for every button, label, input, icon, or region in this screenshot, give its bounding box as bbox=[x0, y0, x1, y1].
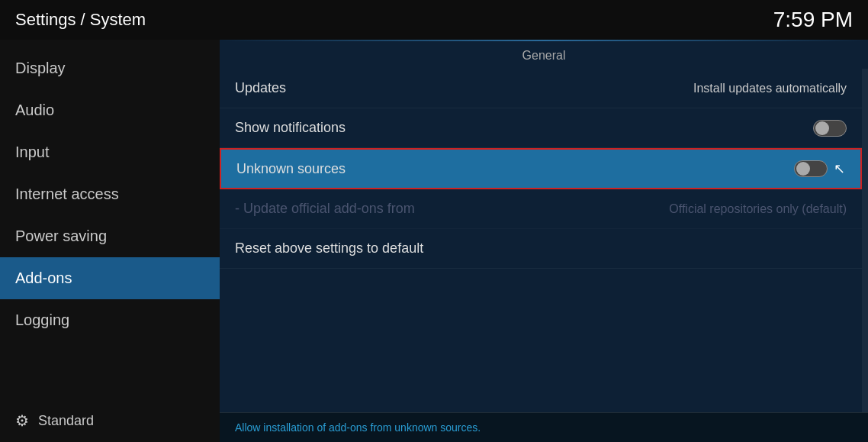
setting-value-updates: Install updates automatically bbox=[693, 82, 847, 95]
setting-value-update-official-addons: Official repositories only (default) bbox=[669, 202, 847, 216]
gear-icon: ⚙ bbox=[15, 411, 29, 430]
status-bar: Allow installation of add-ons from unkno… bbox=[220, 412, 868, 442]
setting-label-reset-settings: Reset above settings to default bbox=[235, 240, 423, 256]
setting-row-updates[interactable]: UpdatesInstall updates automatically bbox=[220, 69, 862, 108]
cursor-indicator: ↖ bbox=[834, 160, 845, 177]
toggle-unknown-sources[interactable] bbox=[794, 160, 828, 177]
sidebar-item-audio[interactable]: Audio bbox=[0, 89, 220, 131]
setting-row-unknown-sources[interactable]: Unknown sources↖ bbox=[220, 148, 862, 189]
sidebar-item-internet-access[interactable]: Internet access bbox=[0, 173, 220, 215]
setting-row-show-notifications[interactable]: Show notifications bbox=[220, 108, 862, 148]
sidebar-item-add-ons[interactable]: Add-ons bbox=[0, 257, 220, 299]
toggle-show-notifications[interactable] bbox=[813, 120, 847, 137]
setting-label-unknown-sources: Unknown sources bbox=[236, 161, 346, 177]
setting-label-update-official-addons: - Update official add-ons from bbox=[235, 201, 415, 217]
setting-row-reset-settings[interactable]: Reset above settings to default bbox=[220, 229, 862, 269]
setting-label-updates: Updates bbox=[235, 80, 286, 96]
content-inner: UpdatesInstall updates automaticallyShow… bbox=[220, 69, 868, 412]
clock: 7:59 PM bbox=[773, 8, 853, 32]
sidebar-item-input[interactable]: Input bbox=[0, 131, 220, 173]
sidebar-item-display[interactable]: Display bbox=[0, 47, 220, 89]
setting-row-update-official-addons[interactable]: - Update official add-ons fromOfficial r… bbox=[220, 189, 862, 229]
content-area: General UpdatesInstall updates automatic… bbox=[220, 40, 868, 442]
sidebar-footer-label: Standard bbox=[38, 413, 94, 429]
main-layout: DisplayAudioInputInternet accessPower sa… bbox=[0, 40, 868, 442]
sidebar-item-logging[interactable]: Logging bbox=[0, 299, 220, 341]
status-text: Allow installation of add-ons from unkno… bbox=[235, 421, 481, 434]
settings-list: UpdatesInstall updates automaticallyShow… bbox=[220, 69, 862, 412]
section-header: General bbox=[220, 41, 868, 69]
page-title: Settings / System bbox=[15, 10, 146, 30]
sidebar-footer[interactable]: ⚙ Standard bbox=[0, 399, 220, 442]
header: Settings / System 7:59 PM bbox=[0, 0, 868, 40]
sidebar-item-power-saving[interactable]: Power saving bbox=[0, 215, 220, 257]
scrollbar[interactable] bbox=[862, 69, 868, 412]
sidebar: DisplayAudioInputInternet accessPower sa… bbox=[0, 40, 220, 442]
setting-label-show-notifications: Show notifications bbox=[235, 120, 346, 136]
